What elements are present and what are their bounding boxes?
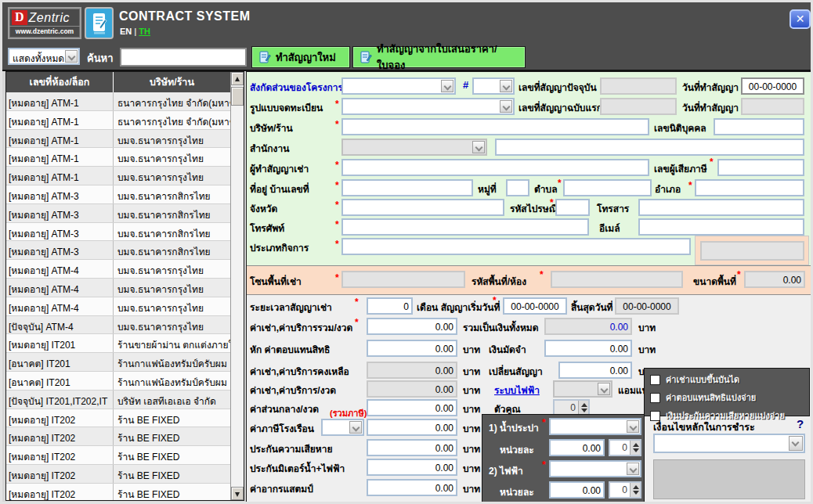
scrollbar-thumb[interactable] [231,87,244,106]
table-row[interactable]: [ปัจจุบัน] IT201,IT202,ITบริษัท เอสทีเอเ… [6,391,230,409]
table-row[interactable]: [อนาคต] IT201ร้านกาแฟน้องทรัมป์ครับผม [6,353,230,372]
room-cell[interactable]: [หมดอายุ] IT202 [6,427,114,445]
company-cell[interactable]: บมจ.ธนาคารกรุงไทย [114,260,230,278]
table-row[interactable]: [หมดอายุ] IT202ร้าน BE FIXED [6,465,230,484]
common-fee-input[interactable] [368,401,456,416]
chevron-down-icon[interactable] [349,421,362,434]
table-row[interactable]: [หมดอายุ] ATM-3บมจ.ธนาคารกสิกรไทย [6,241,230,260]
table-row[interactable]: [หมดอายุ] IT202ร้าน BE FIXED [6,446,230,465]
room-cell[interactable]: [ปัจจุบัน] ATM-4 [6,316,114,334]
damage-insurance-input[interactable] [368,441,456,455]
electric-system-link[interactable]: ระบบไฟฟ้า [494,383,540,398]
fax-input[interactable] [640,201,803,215]
chevron-down-icon[interactable] [500,100,512,113]
address-input[interactable] [343,182,472,196]
room-cell[interactable]: [หมดอายุ] ATM-1 [6,167,114,185]
company-cell[interactable]: บมจ.ธนาคารกสิกรไทย [114,241,230,259]
house-tax-dropdown[interactable] [321,419,364,436]
room-cell[interactable]: [หมดอายุ] IT202 [6,484,114,500]
water-unit-stepper[interactable]: 0 [609,439,641,456]
scroll-down-icon[interactable] [231,487,244,500]
electric-dropdown[interactable] [549,460,641,477]
amphoe-input[interactable] [696,182,803,196]
table-row[interactable]: [หมดอายุ] IT202ร้าน BE FIXED [6,484,230,500]
help-icon[interactable]: ? [797,417,804,430]
company-cell[interactable]: บมจ.ธนาคารกสิกรไทย [114,185,230,203]
column-header-company[interactable]: บริษัท/ร้าน [114,72,230,92]
company-cell[interactable]: ร้านขายผ้าม่าน ตกแต่งภายใน [114,334,230,352]
room-cell[interactable]: [หมดอายุ] IT202 [6,446,114,464]
water-dropdown[interactable] [549,418,641,435]
company-cell[interactable]: บริษัท เอสทีเอเอเอ จำกัด [114,391,230,409]
table-row[interactable]: [หมดอายุ] ATM-1ธนาคารกรุงไทย จำกัด(มหาชน… [6,92,230,111]
room-cell[interactable]: [หมดอายุ] IT202 [6,465,114,483]
room-cell[interactable]: [หมดอายุ] IT202 [6,409,114,427]
room-cell[interactable]: [หมดอายุ] ATM-1 [6,148,114,166]
room-cell[interactable]: [หมดอายุ] ATM-3 [6,204,114,222]
table-row[interactable]: [หมดอายุ] ATM-4บมจ.ธนาคารกรุงไทย [6,279,230,297]
room-cell[interactable]: [หมดอายุ] ATM-1 [6,92,114,110]
company-cell[interactable]: ธนาคารกรุงไทย จำกัด(มหาชน) [114,111,230,129]
checkbox-icon[interactable] [650,393,660,403]
lessee-input[interactable] [343,161,648,175]
search-input[interactable] [121,49,245,65]
company-cell[interactable]: ร้าน BE FIXED [114,484,230,500]
room-cell[interactable]: [อนาคต] IT201 [6,372,114,390]
room-cell[interactable]: [หมดอายุ] ATM-1 [6,130,114,148]
table-row[interactable]: [อนาคต] IT201ร้านกาแฟน้องทรัมป์ครับผม [6,372,230,391]
table-row[interactable]: [ปัจจุบัน] ATM-4บมจ.ธนาคารกรุงไทย [6,316,230,335]
scroll-up-icon[interactable] [231,72,244,85]
table-row[interactable]: [หมดอายุ] ATM-1บมจ.ธนาคารกรุงไทย [6,167,230,185]
company-cell[interactable]: บมจ.ธนาคารกรุงไทย [114,167,230,185]
office-detail-input[interactable] [497,141,803,155]
spin-down-icon[interactable] [581,409,587,412]
table-row[interactable]: [หมดอายุ] IT202ร้าน BE FIXED [6,409,230,428]
chevron-down-icon[interactable] [441,80,453,92]
chevron-down-icon[interactable] [598,383,610,395]
chevron-down-icon[interactable] [789,436,803,451]
spin-down-icon[interactable] [633,448,639,452]
company-cell[interactable]: บมจ.ธนาคารกรุงไทย [114,148,230,166]
company-cell[interactable]: บมจ.ธนาคารกสิกรไทย [114,204,230,222]
company-cell[interactable]: บมจ.ธนาคารกรุงไทย [114,316,230,334]
company-input[interactable] [343,121,648,135]
chevron-down-icon[interactable] [472,141,485,153]
show-filter-dropdown[interactable]: แสดงทั้งหมด [8,48,80,65]
phone-input[interactable] [343,221,587,235]
electric-per-unit-input[interactable] [551,484,603,498]
project-dropdown[interactable] [341,77,456,95]
option-row[interactable]: ค่าตอบแทนสิทธิแบ่งจ่าย [650,391,809,405]
company-cell[interactable]: บมจ.ธนาคารกรุงไทย [114,297,230,315]
deduct-input[interactable] [368,342,456,356]
house-tax-input[interactable] [368,421,456,435]
room-cell[interactable]: [หมดอายุ] ATM-4 [6,279,114,297]
chevron-down-icon[interactable] [65,50,78,63]
room-cell[interactable]: [หมดอายุ] ATM-4 [6,297,114,315]
company-cell[interactable]: ธนาคารกรุงไทย จำกัด(มหาชน) [114,92,230,110]
contract-date-input[interactable] [743,80,803,94]
province-input[interactable] [343,201,503,215]
column-header-room[interactable]: เลขที่ห้อง/ล็อก [6,72,114,92]
table-row[interactable]: [หมดอายุ] IT201ร้านขายผ้าม่าน ตกแต่งภายใ… [6,334,230,353]
change-contract-input[interactable] [560,364,631,378]
payment-terms-dropdown[interactable] [653,434,805,453]
room-cell[interactable]: [หมดอายุ] ATM-3 [6,223,114,241]
table-row[interactable]: [หมดอายุ] ATM-3บมจ.ธนาคารกสิกรไทย [6,204,230,223]
room-cell[interactable]: [หมดอายุ] ATM-3 [6,241,114,259]
meter-insurance-input[interactable] [368,461,456,475]
spin-down-icon[interactable] [633,491,639,495]
company-cell[interactable]: ร้าน BE FIXED [114,446,230,464]
lang-en-link[interactable]: EN [120,27,132,36]
tambon-input[interactable] [565,182,650,196]
room-cell[interactable]: [หมดอายุ] ATM-3 [6,185,114,203]
room-cell[interactable]: [หมดอายุ] ATM-4 [6,260,114,278]
spin-up-icon[interactable] [633,485,639,489]
company-cell[interactable]: บมจ.ธนาคารกรุงไทย [114,130,230,148]
deposit-input[interactable] [546,342,631,356]
stamp-duty-input[interactable] [368,481,456,495]
water-per-unit-input[interactable] [551,441,603,455]
business-type-input[interactable] [343,240,689,254]
table-row[interactable]: [หมดอายุ] ATM-3บมจ.ธนาคารกสิกรไทย [6,185,230,204]
company-cell[interactable]: ร้าน BE FIXED [114,427,230,445]
table-row[interactable]: [หมดอายุ] ATM-1ธนาคารกรุงไทย จำกัด(มหาชน… [6,111,230,130]
